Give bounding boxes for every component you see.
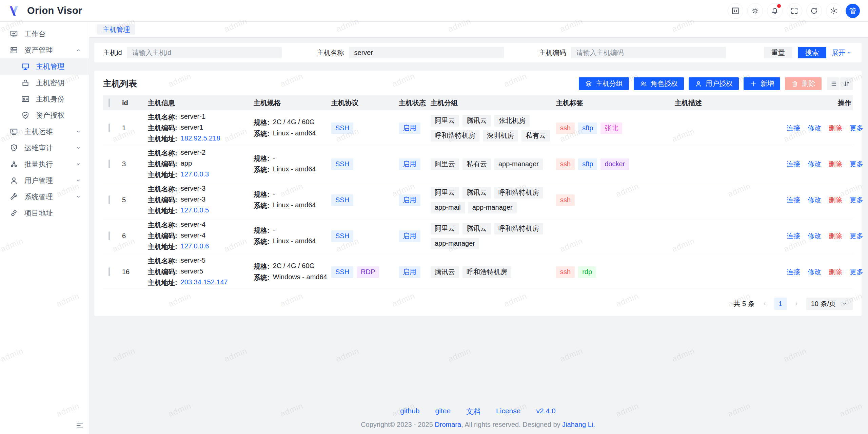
- host-tag: rdp: [578, 266, 596, 278]
- copyright-prefix: Copyright© 2023 - 2025: [361, 421, 435, 428]
- host-name-input[interactable]: [349, 47, 504, 58]
- sidebar-item-host-ops[interactable]: 主机运维: [0, 124, 89, 140]
- notifications-button[interactable]: [767, 3, 783, 19]
- host-protocol-cell: SSH: [331, 230, 399, 242]
- row-checkbox[interactable]: [108, 267, 110, 276]
- info-value: app: [181, 159, 192, 169]
- next-page-button[interactable]: [793, 300, 800, 307]
- fullscreen-button[interactable]: [787, 3, 802, 19]
- host-address-link[interactable]: 203.34.152.147: [181, 278, 228, 287]
- create-button[interactable]: 新增: [744, 77, 780, 90]
- action-delete[interactable]: 删除: [829, 195, 842, 205]
- search-button[interactable]: 搜索: [798, 47, 826, 58]
- chevron-down-icon: [841, 300, 848, 307]
- role-grant-button[interactable]: 角色授权: [634, 77, 684, 90]
- page-size-select[interactable]: 10 条/页: [806, 298, 853, 310]
- prev-page-button[interactable]: [761, 300, 768, 307]
- settings-button[interactable]: [826, 3, 842, 19]
- sidebar-item-label: 主机身份: [36, 94, 82, 104]
- footer-link-github[interactable]: github: [400, 407, 419, 416]
- info-label: 主机编码:: [148, 195, 177, 205]
- action-more[interactable]: 更多: [850, 231, 863, 241]
- refresh-button[interactable]: [806, 3, 822, 19]
- action-delete[interactable]: 删除: [829, 124, 842, 133]
- delete-button[interactable]: 删除: [785, 77, 822, 90]
- action-edit[interactable]: 修改: [808, 159, 821, 169]
- sidebar-item-asset-management[interactable]: 资产管理: [0, 42, 89, 58]
- sidebar-item-workbench[interactable]: 工作台: [0, 26, 89, 42]
- action-delete[interactable]: 删除: [829, 159, 842, 169]
- info-value: 2C / 4G / 60G: [273, 118, 315, 127]
- table-body: 1主机名称:server-1主机编码:server1主机地址:182.92.5.…: [103, 110, 853, 290]
- action-more[interactable]: 更多: [850, 159, 863, 169]
- protocol-tag: SSH: [331, 266, 353, 278]
- action-edit[interactable]: 修改: [808, 195, 821, 205]
- list-view-button[interactable]: [827, 77, 840, 90]
- expand-toggle[interactable]: 展开: [832, 48, 853, 57]
- code-square-button[interactable]: [728, 3, 743, 19]
- action-edit[interactable]: 修改: [808, 267, 821, 277]
- group-tag: 阿里云: [431, 115, 459, 127]
- tab-主机管理[interactable]: 主机管理: [97, 24, 135, 35]
- action-delete[interactable]: 删除: [829, 231, 842, 241]
- sidebar-item-system-management[interactable]: 系统管理: [0, 189, 89, 205]
- theme-button[interactable]: [747, 3, 763, 19]
- toolbar-button-label: 用户授权: [706, 79, 733, 88]
- footer-link-文档[interactable]: 文档: [466, 407, 480, 416]
- host-code-input[interactable]: [571, 47, 726, 58]
- sidebar-item-ops-audit[interactable]: 运维审计: [0, 140, 89, 156]
- sidebar-item-batch-exec[interactable]: 批量执行: [0, 156, 89, 172]
- main-area: 主机管理 主机id主机名称主机编码 重置 搜索 展开 主机列表 主机分组角色授权…: [89, 22, 868, 434]
- sort-button[interactable]: [840, 77, 853, 90]
- host-address-link[interactable]: 127.0.0.5: [181, 206, 209, 215]
- sidebar-item-host-identity[interactable]: 主机身份: [0, 91, 89, 107]
- footer-link-gitee[interactable]: gitee: [435, 407, 451, 416]
- action-more[interactable]: 更多: [850, 124, 863, 133]
- host-group-button[interactable]: 主机分组: [579, 77, 629, 90]
- spec-line: 规格:2C / 4G / 60G: [254, 118, 331, 127]
- row-checkbox[interactable]: [108, 195, 110, 204]
- page-number[interactable]: 1: [774, 298, 787, 310]
- copyright-brand[interactable]: Dromara: [435, 421, 461, 428]
- reset-button[interactable]: 重置: [764, 47, 792, 58]
- content: 主机id主机名称主机编码 重置 搜索 展开 主机列表 主机分组角色授权用户授权新…: [89, 38, 868, 434]
- host-id-input[interactable]: [127, 47, 282, 58]
- row-checkbox[interactable]: [108, 159, 110, 168]
- host-protocol-cell: SSH: [331, 194, 399, 206]
- footer-link-v2.4.0[interactable]: v2.4.0: [536, 407, 555, 416]
- sidebar-item-host-management[interactable]: 主机管理: [0, 58, 89, 75]
- action-connect[interactable]: 连接: [787, 159, 800, 169]
- action-connect[interactable]: 连接: [787, 124, 800, 133]
- host-address-link[interactable]: 127.0.0.3: [181, 170, 209, 180]
- action-connect[interactable]: 连接: [787, 231, 800, 241]
- action-more[interactable]: 更多: [850, 195, 863, 205]
- sidebar-collapse-icon[interactable]: [75, 421, 84, 430]
- list-header: 主机列表 主机分组角色授权用户授权新增删除: [103, 77, 853, 90]
- host-address-line: 主机地址:127.0.0.5: [148, 206, 254, 215]
- action-connect[interactable]: 连接: [787, 195, 800, 205]
- row-checkbox[interactable]: [108, 231, 110, 240]
- sidebar-item-user-management[interactable]: 用户管理: [0, 172, 89, 189]
- sidebar-item-asset-grant[interactable]: 资产授权: [0, 107, 89, 124]
- row-checkbox[interactable]: [108, 124, 110, 132]
- row-select-cell: [103, 160, 122, 168]
- action-edit[interactable]: 修改: [808, 124, 821, 133]
- spacer: [94, 316, 862, 407]
- action-more[interactable]: 更多: [850, 267, 863, 277]
- sidebar-item-host-key[interactable]: 主机密钥: [0, 75, 89, 91]
- user-grant-button[interactable]: 用户授权: [689, 77, 739, 90]
- info-label: 主机地址:: [148, 278, 177, 287]
- select-all-checkbox[interactable]: [108, 98, 110, 107]
- action-delete[interactable]: 删除: [829, 267, 842, 277]
- host-address-line: 主机地址:127.0.0.3: [148, 170, 254, 180]
- host-address-link[interactable]: 127.0.0.6: [181, 242, 209, 251]
- footer-link-License[interactable]: License: [496, 407, 520, 416]
- copyright-author[interactable]: Jiahang Li.: [562, 421, 595, 428]
- row-actions-cell: 连接修改删除更多: [787, 124, 863, 133]
- action-connect[interactable]: 连接: [787, 267, 800, 277]
- group-tag: app-manager: [468, 202, 517, 213]
- action-edit[interactable]: 修改: [808, 231, 821, 241]
- user-avatar[interactable]: 管: [846, 4, 860, 18]
- sidebar-item-project-url[interactable]: 项目地址: [0, 205, 89, 221]
- host-address-link[interactable]: 182.92.5.218: [181, 134, 220, 144]
